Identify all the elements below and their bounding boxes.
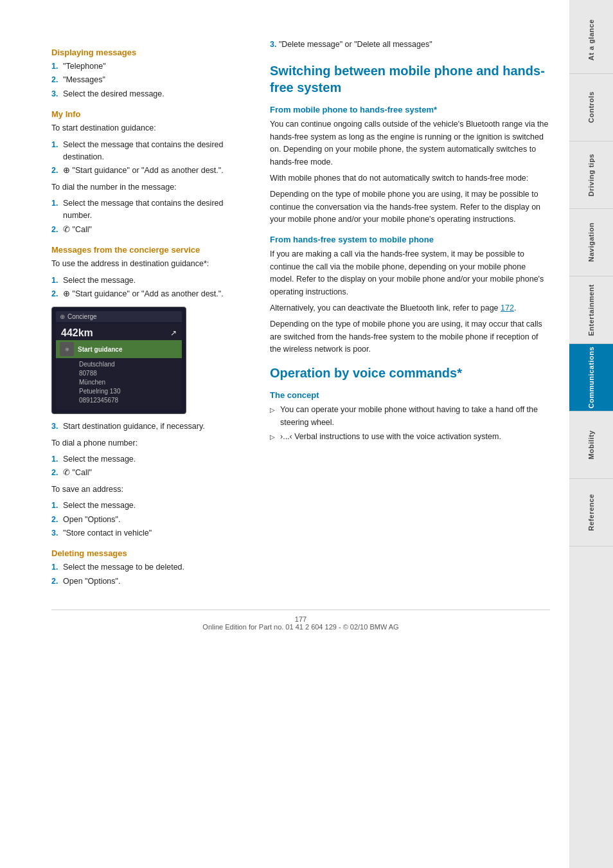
concierge-phone-intro: To dial a phone number: (51, 437, 251, 449)
switching-heading: Switching between mobile phone and hands… (270, 62, 550, 96)
sidebar-tab-communications[interactable]: Communications (569, 344, 613, 411)
displaying-messages-heading: Displaying messages (51, 48, 251, 57)
bullet-item: You can operate your mobile phone withou… (270, 404, 550, 429)
device-direction-arrow: ↗ (170, 329, 177, 338)
voice-commands-heading: Operation by voice commands* (270, 365, 550, 381)
list-item: 3.Start destination guidance, if necessa… (51, 420, 251, 433)
deleting-messages-list: 1.Select the message to be deleted. 2.Op… (51, 561, 251, 588)
hf-to-mobile-body3: Depending on the type of mobile phone yo… (270, 318, 550, 356)
bullet-item: ›...‹ Verbal instructions to use with th… (270, 431, 550, 443)
list-item: 1."Telephone" (51, 60, 251, 73)
device-distance-row: 442km ↗ (56, 326, 182, 340)
sidebar-tab-controls[interactable]: Controls (569, 74, 613, 141)
device-distance-value: 442km (61, 327, 93, 339)
section-deleting-messages: Deleting messages 1.Select the message t… (51, 548, 251, 588)
device-screenshot: ⊕ Concierge 442km ↗ ⊕ (51, 307, 186, 414)
sidebar-tab-mobility[interactable]: Mobility (569, 411, 613, 479)
displaying-messages-list: 1."Telephone" 2."Messages" 3.Select the … (51, 60, 251, 100)
sidebar-tab-navigation[interactable]: Navigation (569, 209, 613, 276)
my-info-heading: My Info (51, 109, 251, 119)
mobile-to-hf-body3: Depending on the type of mobile phone yo… (270, 188, 550, 226)
left-column: Displaying messages 1."Telephone" 2."Mes… (51, 39, 251, 597)
concierge-heading: Messages from the concierge service (51, 245, 251, 255)
device-nav-icon: ⊕ (60, 313, 65, 320)
device-address-country: Deutschland (79, 360, 159, 369)
sidebar-label-entertainment: Entertainment (587, 284, 595, 336)
page-link-172[interactable]: 172 (501, 303, 514, 312)
sidebar-label-mobility: Mobility (587, 430, 595, 460)
section-displaying-messages: Displaying messages 1."Telephone" 2."Mes… (51, 48, 251, 100)
concierge-save-intro: To save an address: (51, 484, 251, 496)
sidebar-tab-entertainment[interactable]: Entertainment (569, 276, 613, 344)
sidebar-tab-reference[interactable]: Reference (569, 479, 613, 547)
list-item: 1.Select the message. (51, 453, 251, 466)
section-voice-commands: Operation by voice commands* The concept… (270, 365, 550, 443)
list-item: 1.Select the message. (51, 275, 251, 287)
right-step3-delete: 3. "Delete message" or "Delete all messa… (270, 39, 550, 51)
hf-to-mobile-body1: If you are making a call via the hands-f… (270, 248, 550, 298)
list-item: 2.⊕ "Start guidance" or "Add as another … (51, 288, 251, 300)
list-item: 1.Select the message to be deleted. (51, 561, 251, 574)
my-info-dial-list: 1.Select the message that contains the d… (51, 197, 251, 236)
mobile-to-hf-body1: You can continue ongoing calls outside o… (270, 118, 550, 168)
hf-to-mobile-heading: From hands-free system to mobile phone (270, 235, 550, 244)
sidebar-label-controls: Controls (587, 91, 595, 123)
sidebar-tab-driving-tips[interactable]: Driving tips (569, 141, 613, 209)
mobile-to-hf-heading: From mobile phone to hands-free system* (270, 105, 550, 114)
list-item: 1.Select the message that contains the d… (51, 197, 251, 222)
footer-text: Online Edition for Part no. 01 41 2 604 … (202, 623, 398, 631)
list-item: 2.✆ "Call" (51, 224, 251, 236)
list-item: 1.Select the message that contains the d… (51, 139, 251, 164)
device-row-start-guidance: ⊕ Start guidance (56, 340, 182, 358)
device-address-city: München (79, 378, 159, 387)
sidebar-label-driving-tips: Driving tips (587, 154, 595, 197)
page-number: 177 (295, 615, 306, 623)
section-my-info: My Info To start destination guidance: 1… (51, 109, 251, 236)
list-item: 2.⊕ "Start guidance" or "Add as another … (51, 165, 251, 177)
my-info-dial-intro: To dial the number in the message: (51, 181, 251, 194)
device-address-postcode: 80788 (79, 369, 159, 378)
list-item: 3.Select the desired message. (51, 88, 251, 100)
device-address-block: Deutschland 80788 München Petuelring 130… (56, 358, 182, 407)
list-item: 2.Open "Options". (51, 575, 251, 588)
device-title: Concierge (67, 313, 97, 320)
concierge-step3-list: 3.Start destination guidance, if necessa… (51, 420, 251, 433)
mobile-to-hf-body2: With mobile phones that do not automatic… (270, 172, 550, 185)
device-row-label: Start guidance (78, 346, 122, 353)
concierge-intro: To use the address in destination guidan… (51, 258, 251, 270)
concierge-save-list: 1.Select the message. 2.Open "Options". … (51, 500, 251, 539)
my-info-guidance-list: 1.Select the message that contains the d… (51, 139, 251, 177)
list-item: 2.Open "Options". (51, 514, 251, 526)
device-address-phone: 08912345678 (79, 396, 159, 405)
concierge-phone-list: 1.Select the message. 2.✆ "Call" (51, 453, 251, 480)
section-switching: Switching between mobile phone and hands… (270, 62, 550, 356)
sidebar-label-navigation: Navigation (587, 222, 595, 262)
list-item: 2.✆ "Call" (51, 467, 251, 479)
sidebar-tab-at-a-glance[interactable]: At a glance (569, 6, 613, 74)
my-info-guidance-intro: To start destination guidance: (51, 122, 251, 134)
list-item: 2."Messages" (51, 74, 251, 86)
concierge-steps-list: 1.Select the message. 2.⊕ "Start guidanc… (51, 275, 251, 301)
right-column: 3. "Delete message" or "Delete all messa… (270, 39, 550, 597)
device-titlebar: ⊕ Concierge (56, 311, 182, 322)
sidebar-label-reference: Reference (587, 494, 595, 531)
device-address-street: Petuelring 130 (79, 387, 159, 396)
right-sidebar: At a glance Controls Driving tips Naviga… (569, 0, 613, 868)
sidebar-label-communications: Communications (587, 347, 595, 408)
concept-heading: The concept (270, 390, 550, 400)
hf-to-mobile-body2: Alternatively, you can deactivate the Bl… (270, 302, 550, 314)
deleting-messages-heading: Deleting messages (51, 548, 251, 558)
device-row-icon: ⊕ (60, 342, 74, 356)
device-body: 442km ↗ ⊕ Start guidance Deutschland (56, 323, 182, 410)
section-concierge: Messages from the concierge service To u… (51, 245, 251, 539)
sidebar-label-at-a-glance: At a glance (587, 19, 595, 60)
list-item: 3."Store contact in vehicle" (51, 527, 251, 539)
list-item: 1.Select the message. (51, 500, 251, 512)
page-footer: 177 Online Edition for Part no. 01 41 2 … (51, 610, 550, 631)
concept-bullets-list: You can operate your mobile phone withou… (270, 404, 550, 443)
